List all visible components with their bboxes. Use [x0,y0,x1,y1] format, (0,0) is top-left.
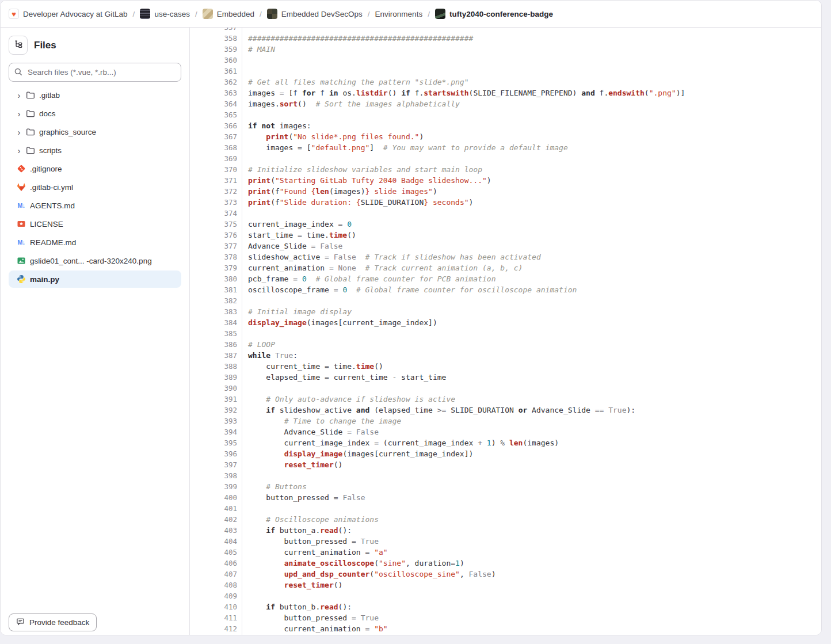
line-number[interactable]: 374 [190,208,242,219]
file-tree-icon [14,40,23,51]
line-number[interactable]: 370 [190,164,242,175]
code-line: 375current_image_index = 0 [190,219,821,230]
line-number[interactable]: 385 [190,328,242,339]
line-number[interactable]: 389 [190,372,242,383]
line-number[interactable]: 400 [190,492,242,503]
line-number[interactable]: 365 [190,109,242,120]
line-number[interactable]: 395 [190,437,242,448]
line-number[interactable]: 378 [190,251,242,262]
line-number[interactable]: 375 [190,219,242,230]
line-number[interactable]: 383 [190,306,242,317]
file-tree-toggle-button[interactable] [9,36,28,55]
line-number[interactable]: 393 [190,416,242,426]
provide-feedback-button[interactable]: Provide feedback [9,613,97,631]
file-row-gitlab-ci-yml[interactable]: .gitlab-ci.yml [9,178,181,196]
line-number[interactable]: 391 [190,394,242,405]
line-number[interactable]: 399 [190,481,242,492]
code-line: 359# MAIN [190,44,821,55]
breadcrumb-item-embedded-devsecops[interactable]: Embedded DevSecOps [267,9,363,19]
code-text [242,208,248,219]
line-number[interactable]: 406 [190,558,242,569]
file-row-license[interactable]: LICENSE [9,215,181,233]
line-number[interactable]: 361 [190,66,242,77]
line-number[interactable]: 373 [190,197,242,208]
code-line: 384display_image(images[current_image_in… [190,317,821,328]
line-number[interactable]: 369 [190,153,242,164]
folder-row-graphics-source[interactable]: ›graphics_source [9,123,181,140]
line-number[interactable]: 363 [190,87,242,98]
file-row-gslide01-cont-card-320x240-png[interactable]: gslide01_cont... -card-320x240.png [9,252,181,269]
code-text: while True: [242,350,298,361]
line-number[interactable]: 368 [190,142,242,153]
line-number[interactable]: 407 [190,569,242,580]
line-number[interactable]: 390 [190,383,242,394]
line-number[interactable]: 371 [190,175,242,186]
code-line: 413 animate_oscilloscope("square", durat… [190,634,821,635]
file-row-gitignore[interactable]: .gitignore [9,160,181,177]
line-number[interactable]: 358 [190,33,242,44]
line-number[interactable]: 410 [190,601,242,612]
breadcrumb-item-tufty2040-conference-badge[interactable]: tufty2040-conference-badge [435,9,553,19]
file-row-agents-md[interactable]: M↓AGENTS.md [9,197,181,214]
line-number[interactable]: 396 [190,448,242,459]
line-number[interactable]: 381 [190,284,242,295]
file-tree: ›.gitlab›docs›graphics_source›scripts.gi… [9,86,181,288]
code-line: 364images.sort() # Sort the images alpha… [190,98,821,109]
line-number[interactable]: 387 [190,350,242,361]
line-number[interactable]: 372 [190,186,242,197]
line-number[interactable]: 404 [190,536,242,547]
line-number[interactable]: 366 [190,120,242,131]
breadcrumb-item-environments[interactable]: Environments [375,10,423,18]
line-number[interactable]: 382 [190,295,242,306]
line-number[interactable]: 357 [190,28,242,33]
line-number[interactable]: 397 [190,459,242,470]
line-number[interactable]: 386 [190,339,242,350]
line-number[interactable]: 411 [190,612,242,623]
line-number[interactable]: 388 [190,361,242,372]
code-line: 377Advance_Slide = False [190,241,821,251]
line-number[interactable]: 402 [190,514,242,525]
line-number[interactable]: 412 [190,623,242,634]
breadcrumb-item-use-cases[interactable]: use-cases [140,9,190,19]
line-number[interactable]: 405 [190,547,242,558]
code-text: animate_oscilloscope("sine", duration=1) [242,558,464,569]
code-line: 360 [190,55,821,66]
line-number[interactable]: 394 [190,426,242,437]
line-number[interactable]: 392 [190,405,242,416]
code-line: 396 display_image(images[current_image_i… [190,448,821,459]
search-input[interactable] [9,63,181,82]
code-text: # Buttons [242,481,307,492]
line-number[interactable]: 376 [190,230,242,241]
code-text: if button_b.read(): [242,601,352,612]
code-text: print(f"Found {len(images)} slide images… [242,186,437,197]
file-row-readme-md[interactable]: M↓README.md [9,234,181,251]
folder-row-docs[interactable]: ›docs [9,105,181,122]
folder-row-scripts[interactable]: ›scripts [9,142,181,159]
line-number[interactable]: 398 [190,470,242,481]
file-row-main-py[interactable]: main.py [9,270,181,288]
markdown-icon: M↓ [17,238,26,247]
code-line: 397 reset_timer() [190,459,821,470]
feedback-label: Provide feedback [29,618,89,627]
line-number[interactable]: 367 [190,131,242,142]
line-number[interactable]: 379 [190,262,242,273]
line-number[interactable]: 384 [190,317,242,328]
line-number[interactable]: 409 [190,590,242,601]
line-number[interactable]: 362 [190,77,242,87]
breadcrumb-item-developer-advocacy-at-gitlab[interactable]: ♥Developer Advocacy at GitLab [9,9,128,19]
code-line: 385 [190,328,821,339]
folder-row-gitlab[interactable]: ›.gitlab [9,86,181,104]
line-number[interactable]: 401 [190,503,242,514]
line-number[interactable]: 408 [190,580,242,590]
line-number[interactable]: 403 [190,525,242,536]
line-number[interactable]: 377 [190,241,242,251]
line-number[interactable]: 360 [190,55,242,66]
line-number[interactable]: 413 [190,634,242,635]
breadcrumb-label: use-cases [154,10,190,18]
breadcrumb-separator: / [428,10,430,18]
code-line: 411 button_pressed = True [190,612,821,623]
line-number[interactable]: 359 [190,44,242,55]
breadcrumb-item-embedded[interactable]: Embedded [203,9,254,19]
line-number[interactable]: 380 [190,273,242,284]
line-number[interactable]: 364 [190,98,242,109]
